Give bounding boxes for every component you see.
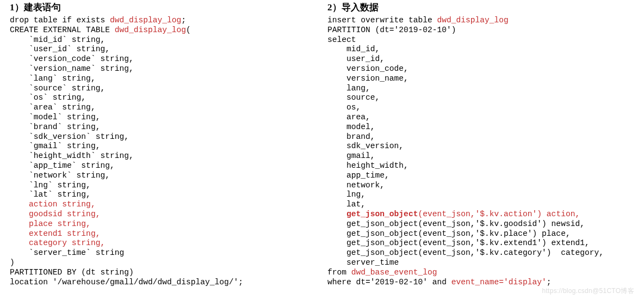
code-line: drop table if exists dwd_display_log; [10,16,186,25]
code-line: select [327,35,356,44]
watermark: https://blog.csdn@51CTO博客 [542,286,634,296]
code-line: PARTITION (dt='2019-02-10') [327,26,456,34]
code-line: `lang` string, [10,74,96,83]
left-column: 1）建表语句 drop table if exists dwd_display_… [10,1,317,298]
code-line: `mid_id` string, [10,35,105,44]
code-line: sdk_version, [327,142,404,150]
code-line: `version_code` string, [10,54,134,63]
code-line: height_width, [327,161,408,170]
code-line: source, [327,93,380,102]
text: where dt='2019-02-10' and [327,278,451,286]
code-line-red: goodsid string, [10,210,100,218]
code-line: lng, [327,190,366,199]
code-line: version_name, [327,74,408,83]
code-line: os, [327,103,361,112]
pad [327,210,346,218]
code-line: get_json_object(event_json,'$.kv.action'… [327,210,580,218]
code-line: server_time [327,258,399,267]
code-line: app_time, [327,171,389,180]
code-line: model, [327,123,375,131]
code-line-red: category string, [10,239,105,247]
code-line: `app_time` string, [10,161,115,170]
text: ; [547,278,552,286]
code-line: CREATE EXTERNAL TABLE dwd_display_log( [10,26,191,34]
code-line: lang, [327,84,370,93]
code-line: where dt='2019-02-10' and event_name='di… [327,278,552,286]
left-title: 1）建表语句 [10,1,317,14]
text: ; [181,16,186,25]
code-line: `server_time` string [10,248,124,257]
code-line: `sdk_version` string, [10,132,129,141]
code-line: get_json_object(event_json,'$.kv.extend1… [327,239,590,247]
code-line-red: place string, [10,219,91,228]
table-name: dwd_display_log [110,16,181,25]
text: from [327,268,351,277]
code-line: `model` string, [10,113,100,121]
code-line: PARTITIONED BY (dt string) [10,268,134,277]
text: insert overwrite table [327,16,437,25]
code-line: network, [327,181,385,190]
code-line: `source` string, [10,84,105,93]
code-line: user_id, [327,54,385,63]
left-code-block: drop table if exists dwd_display_log; CR… [10,16,317,287]
code-line: get_json_object(event_json,'$.kv.place')… [327,229,571,238]
table-name: dwd_display_log [437,16,508,25]
table-name: dwd_base_event_log [351,268,437,277]
code-line-red: action string, [10,200,96,209]
fn-name: get_json_object [346,210,418,218]
code-line: `network` string, [10,171,110,180]
code-line: `gmail` string, [10,142,100,150]
code-line: `height_width` string, [10,151,134,160]
code-line: `area` string, [10,103,96,112]
code-line: `lng` string, [10,181,91,190]
code-line: version_code, [327,64,408,73]
code-line: get_json_object(event_json,'$.kv.categor… [327,248,604,257]
code-line: brand, [327,132,375,141]
right-code-block: insert overwrite table dwd_display_log P… [327,16,634,287]
right-column: 2）导入数据 insert overwrite table dwd_displa… [327,1,634,298]
condition: event_name='display' [451,278,547,286]
table-name: dwd_display_log [115,26,186,34]
code-line: lat, [327,200,366,209]
text: CREATE EXTERNAL TABLE [10,26,115,34]
code-line: gmail, [327,151,375,160]
code-line: insert overwrite table dwd_display_log [327,16,509,25]
code-line: `brand` string, [10,123,100,131]
code-line: `lat` string, [10,190,91,199]
fn-rest: (event_json,'$.kv.action') action, [418,210,580,218]
code-line: `os` string, [10,93,86,102]
code-line: mid_id, [327,45,380,53]
right-title: 2）导入数据 [327,1,634,14]
code-line: `user_id` string, [10,45,110,53]
code-line: location '/warehouse/gmall/dwd/dwd_displ… [10,278,243,286]
code-line: from dwd_base_event_log [327,268,437,277]
text: drop table if exists [10,16,110,25]
code-line: area, [327,113,370,121]
code-line-red: extend1 string, [10,229,100,238]
code-line: get_json_object(event_json,'$.kv.goodsid… [327,219,585,228]
code-line: ) [10,258,15,267]
text: ( [186,26,191,34]
code-line: `version_name` string, [10,64,134,73]
